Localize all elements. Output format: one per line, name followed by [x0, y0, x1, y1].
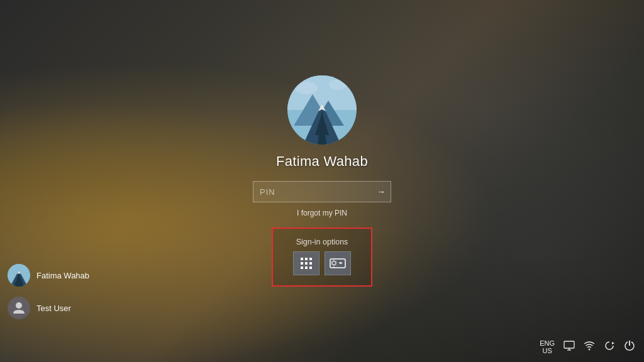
keypad-icon: [299, 256, 313, 270]
restart-icon[interactable]: [604, 341, 615, 353]
svg-point-3: [295, 82, 318, 94]
svg-rect-15: [305, 262, 308, 265]
svg-point-4: [329, 80, 347, 90]
user-avatar-fatima: [8, 264, 30, 287]
svg-rect-13: [309, 258, 312, 260]
arrow-icon: →: [377, 187, 386, 197]
pin-input[interactable]: [253, 181, 372, 202]
user-name-fatima: Fatima Wahab: [36, 271, 89, 280]
avatar: [287, 75, 357, 145]
signin-options-buttons: [293, 251, 351, 275]
svg-rect-12: [305, 258, 308, 260]
lang-region: US: [542, 347, 552, 354]
pin-input-row: →: [253, 181, 391, 202]
signin-options-label: Sign-in options: [296, 238, 348, 246]
login-panel: Fatima Wahab → I forgot my PIN Sign-in o…: [253, 75, 391, 287]
user-name-test: Test User: [36, 304, 71, 313]
svg-rect-14: [301, 262, 303, 265]
svg-rect-30: [564, 341, 574, 348]
svg-rect-21: [332, 261, 336, 265]
language-indicator[interactable]: ENG US: [540, 339, 555, 354]
signin-pin-button[interactable]: [293, 251, 319, 275]
svg-point-24: [340, 263, 341, 265]
svg-rect-16: [309, 262, 312, 265]
forgot-pin-link[interactable]: I forgot my PIN: [297, 209, 347, 217]
power-icon[interactable]: [624, 340, 635, 354]
signin-options-section: Sign-in options: [272, 228, 372, 287]
svg-rect-18: [305, 266, 308, 269]
signin-security-key-button[interactable]: [325, 251, 351, 275]
user-item-fatima[interactable]: Fatima Wahab: [0, 259, 99, 292]
person-icon: [12, 301, 26, 315]
system-tray: ENG US: [540, 339, 635, 354]
svg-rect-17: [301, 266, 303, 269]
lang-code: ENG: [540, 339, 555, 347]
wifi-icon[interactable]: [584, 341, 595, 353]
user-item-test[interactable]: Test User: [0, 292, 99, 324]
monitor-icon[interactable]: [564, 341, 575, 353]
svg-point-33: [589, 349, 591, 351]
svg-point-29: [16, 302, 22, 309]
svg-rect-19: [309, 266, 312, 269]
security-key-icon: [330, 257, 346, 270]
users-panel: Fatima Wahab Test User: [0, 259, 99, 324]
svg-marker-34: [612, 342, 614, 344]
pin-submit-button[interactable]: →: [372, 181, 391, 202]
username-label: Fatima Wahab: [276, 153, 368, 170]
svg-rect-11: [301, 258, 303, 260]
user-avatar-test: [8, 297, 30, 319]
